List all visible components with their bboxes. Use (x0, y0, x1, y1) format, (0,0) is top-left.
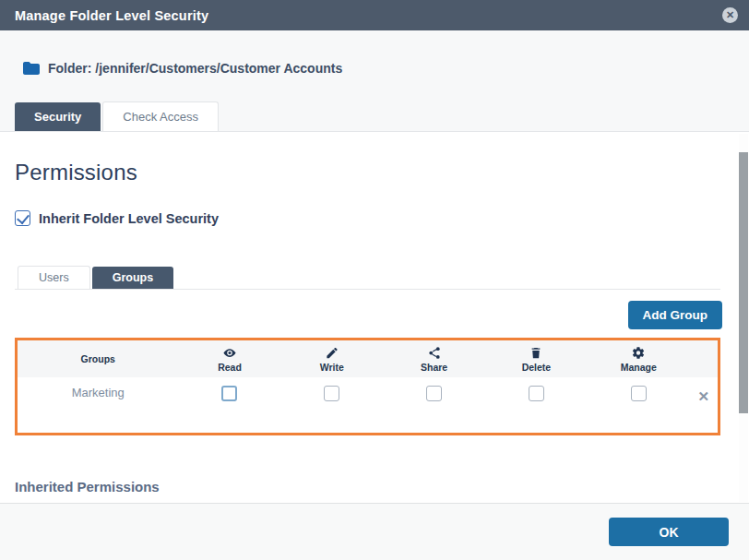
group-permissions-table: Groups Read Write (15, 338, 720, 435)
scrollbar-track[interactable] (739, 134, 748, 502)
trash-icon (529, 346, 543, 360)
dialog-body: Permissions Inherit Folder Level Securit… (0, 133, 749, 503)
share-column-header: Share (383, 340, 485, 377)
manage-checkbox[interactable] (631, 386, 647, 401)
folder-icon (23, 62, 40, 75)
tab-check-access[interactable]: Check Access (102, 101, 219, 131)
read-checkbox[interactable] (221, 386, 237, 401)
inherit-security-label: Inherit Folder Level Security (39, 211, 219, 226)
delete-column-header: Delete (485, 340, 588, 377)
subtab-users[interactable]: Users (18, 266, 90, 289)
table-row-marketing: Marketing ✕ (18, 377, 718, 433)
tab-security[interactable]: Security (15, 102, 101, 131)
delete-checkbox[interactable] (529, 386, 544, 401)
share-checkbox[interactable] (426, 386, 442, 401)
ok-button[interactable]: OK (609, 518, 729, 546)
scrollbar-thumb[interactable] (739, 152, 748, 413)
folder-label: Folder: (48, 61, 91, 76)
inherit-security-row: Inherit Folder Level Security (15, 210, 749, 226)
gear-icon (631, 346, 646, 360)
add-group-button[interactable]: Add Group (628, 301, 723, 329)
users-groups-tab-bar: Users Groups (15, 266, 720, 290)
pencil-icon (325, 346, 339, 360)
dialog-footer: OK (0, 503, 749, 560)
read-column-header: Read (179, 340, 281, 377)
write-checkbox[interactable] (324, 386, 339, 401)
inherited-permissions-heading: Inherited Permissions (15, 479, 749, 494)
main-tab-bar: Security Check Access (15, 101, 220, 131)
x-icon[interactable]: ✕ (698, 386, 710, 403)
permissions-heading: Permissions (15, 160, 749, 185)
dialog-title: Manage Folder Level Security (15, 8, 208, 23)
eye-icon (222, 346, 237, 360)
folder-path: /jennifer/Customers/Customer Accounts (95, 61, 342, 76)
share-icon (427, 346, 442, 360)
manage-column-header: Manage (588, 340, 690, 377)
circle-x-icon[interactable]: ✕ (722, 7, 738, 23)
inherit-security-checkbox[interactable] (15, 210, 30, 226)
group-name: Marketing (18, 377, 179, 433)
subtab-groups[interactable]: Groups (92, 267, 173, 289)
folder-path-row: Folder: /jennifer/Customers/Customer Acc… (23, 61, 342, 76)
dialog-titlebar: Manage Folder Level Security ✕ (0, 0, 749, 30)
table-header-row: Groups Read Write (18, 340, 718, 377)
groups-column-header: Groups (18, 340, 179, 377)
dialog-header-section: Folder: /jennifer/Customers/Customer Acc… (0, 30, 749, 132)
write-column-header: Write (280, 340, 383, 377)
